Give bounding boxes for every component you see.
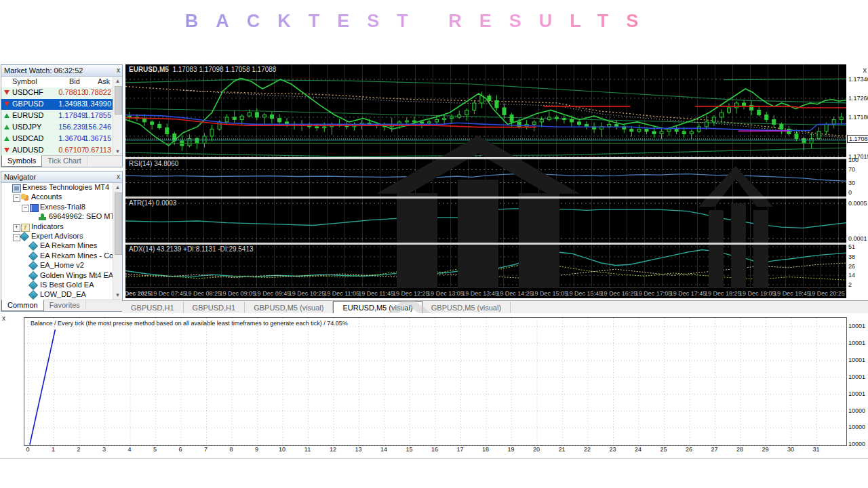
market-watch-table: USDCHF0.788130.78822GBPUSD1.349831.34990…	[1, 87, 113, 156]
watermark-logo	[709, 210, 724, 288]
rsi-axis-label: 100	[848, 157, 859, 163]
chart-tab-gbpusd-h1[interactable]: GBPUSD,H1	[184, 302, 245, 314]
chart-tab-gbpusd-h1[interactable]: GBPUSD,H1	[122, 302, 184, 314]
pane-separator[interactable]	[125, 243, 846, 245]
market-watch-row[interactable]: USDCAD1.367041.36715	[1, 134, 113, 145]
time-axis-label: 19 Dec 2025	[125, 290, 151, 297]
navigator-item-label: Accounts	[31, 192, 62, 201]
platform-icon	[12, 184, 21, 192]
tester-close-icon[interactable]: x	[2, 314, 5, 322]
navigator-item-label: Expert Advisors	[31, 232, 83, 240]
rsi-label: RSI(14) 34.8060	[129, 160, 178, 167]
column-ask[interactable]: Ask	[98, 77, 110, 85]
ea-icon	[28, 261, 38, 270]
watermark-logo	[753, 210, 768, 288]
tester-x-label: 21	[558, 446, 565, 453]
tab-common[interactable]: Common	[1, 300, 44, 311]
navigator-item[interactable]: LOW_DD_EA	[1, 290, 113, 300]
market-watch-row[interactable]: USDJPY156.239156.246	[1, 122, 113, 134]
ea-icon	[28, 270, 38, 280]
navigator-item[interactable]: −Accounts	[1, 192, 113, 202]
tab-favorites[interactable]: Favorites	[44, 300, 86, 310]
market-watch-title: Market Watch: 06:32:52	[4, 66, 83, 75]
time-axis-label: 19 Dec 12:25	[393, 290, 429, 297]
navigator-item[interactable]: EA Rekam Mines	[1, 241, 113, 251]
tab-symbols[interactable]: Symbols	[1, 155, 42, 167]
market-watch-row[interactable]: EURUSD1.178491.17855	[1, 110, 113, 122]
navigator-item-label: Exness-Trial8	[40, 203, 85, 211]
column-bid[interactable]: Bid	[69, 77, 80, 85]
chart-window[interactable]: EURUSD,M5 1.17083 1.17098 1.17058 1.1708…	[125, 64, 846, 298]
arrow-up-icon	[4, 113, 9, 118]
navigator-item-label: EA Rekam Mines - Copy	[40, 251, 113, 260]
tester-x-label: 24	[635, 446, 642, 453]
collapse-icon[interactable]: −	[13, 195, 20, 202]
price-axis-label: 1.17340	[848, 76, 868, 83]
chart-close-icon[interactable]: x	[863, 65, 867, 75]
navigator-item-label: EA Rekam Mines	[40, 241, 97, 249]
page-title: BACKTEST RESULTS	[0, 11, 841, 32]
navigator-item[interactable]: Exness Technologies MT4	[1, 183, 113, 192]
market-watch-panel: Market Watch: 06:32:52 x Symbol Bid Ask …	[1, 64, 123, 167]
tester-x-label: 17	[456, 446, 463, 453]
column-symbol[interactable]: Symbol	[12, 77, 37, 85]
chart-tab-gbpusd-m5-visual-[interactable]: GBPUSD,M5 (visual)	[422, 302, 511, 314]
navigator-item[interactable]: 69649962: SEO MT4 B	[1, 212, 113, 222]
pane-separator[interactable]	[125, 157, 846, 159]
ea-icon	[28, 281, 38, 290]
navigator-item[interactable]: −Expert Advisors	[1, 232, 113, 241]
tester-x-label: 9	[255, 446, 258, 453]
time-axis: 19 Dec 202519 Dec 07:4519 Dec 08:2519 De…	[125, 287, 846, 298]
price-axis[interactable]: x 1.17088 1.173401.172601.171801.1701510…	[846, 64, 868, 298]
rsi-axis-label: 30	[848, 180, 855, 186]
navigator-header: Navigator x	[1, 171, 122, 183]
market-watch-row[interactable]: GBPUSD1.349831.34990	[1, 99, 113, 110]
balance-chart	[24, 318, 846, 445]
watermark-logo	[519, 193, 559, 288]
pane-separator[interactable]	[125, 197, 846, 199]
tester-x-label: 30	[787, 446, 794, 453]
close-icon[interactable]: x	[117, 65, 120, 75]
chart-ohlc-values: 1.17083 1.17098 1.17058 1.17088	[172, 66, 276, 73]
navigator-item[interactable]: IS Best Gold EA	[1, 281, 113, 290]
navigator-item[interactable]: +ƒIndicators	[1, 222, 113, 232]
tester-x-label: 22	[584, 446, 591, 453]
market-watch-row[interactable]: AUDUSD0.671070.67113	[1, 145, 113, 156]
market-watch-row[interactable]: USDCHF0.788130.78822	[1, 87, 113, 99]
navigator-item[interactable]: −Exness-Trial8	[1, 203, 113, 212]
navigator-item[interactable]: EA Rekam Mines - Copy	[1, 251, 113, 261]
ea-icon	[28, 251, 38, 261]
tester-graph[interactable]: Balance / Every tick (the most precise m…	[24, 317, 847, 446]
navigator-item[interactable]: EA_Home v2	[1, 261, 113, 270]
navigator-item[interactable]: Golden Wings Mt4 EA By	[1, 271, 113, 281]
tester-caption: Balance / Every tick (the most precise m…	[31, 320, 348, 327]
time-axis-label: 19 Dec 18:25	[705, 290, 741, 297]
tester-x-label: 7	[204, 446, 208, 453]
time-axis-label: 19 Dec 13:45	[462, 290, 498, 297]
chart-tab-gbpusd-m5-visual-[interactable]: GBPUSD,M5 (visual)	[245, 302, 333, 314]
collapse-icon[interactable]: −	[13, 234, 20, 241]
collapse-icon[interactable]: −	[22, 205, 29, 212]
tester-x-axis: 0123456789101112131415161718192021222324…	[24, 446, 851, 454]
market-watch-scrollbar[interactable]: ▲▼	[113, 77, 122, 156]
tab-tick-chart[interactable]: Tick Chart	[42, 156, 87, 165]
navigator-item-label: IS Best Gold EA	[40, 281, 94, 289]
adx-axis-label: 2	[848, 281, 852, 288]
navigator-scrollbar[interactable]: ▲▼	[113, 183, 122, 300]
ea-icon	[28, 290, 38, 300]
watermark-logo	[397, 193, 437, 288]
time-axis-label: 19 Dec 10:25	[289, 290, 326, 297]
time-axis-label: 19 Dec 14:25	[496, 290, 533, 297]
arrow-down-icon	[4, 90, 9, 95]
tester-x-label: 13	[355, 446, 361, 453]
tester-x-label: 6	[178, 446, 182, 453]
ea-icon	[20, 232, 29, 241]
tester-x-label: 0	[26, 446, 29, 453]
navigator-title: Navigator	[4, 173, 36, 181]
bid-cell: 0.67107	[37, 146, 85, 154]
market-watch-tabs: SymbolsTick Chart	[1, 155, 122, 167]
expand-icon[interactable]: +	[13, 224, 20, 232]
close-icon[interactable]: x	[117, 171, 120, 182]
tester-x-label: 29	[762, 446, 768, 453]
tester-panel: x Balance / Every tick (the most precise…	[0, 313, 868, 459]
